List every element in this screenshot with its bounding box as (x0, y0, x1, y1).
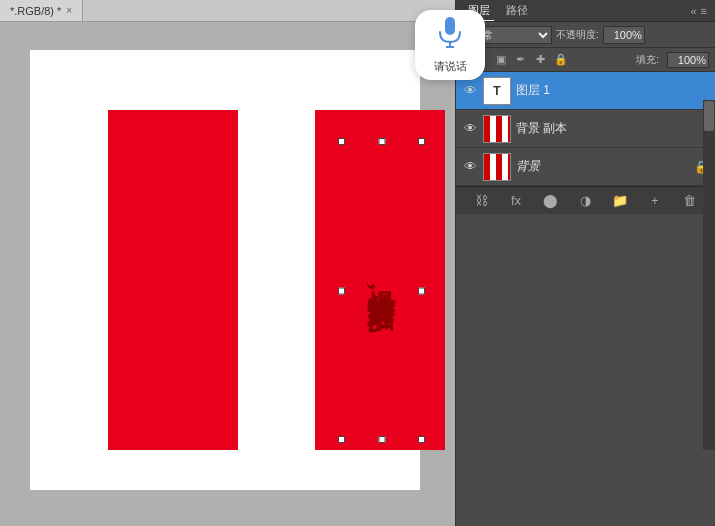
panel-collapse-icon[interactable]: « (690, 5, 696, 17)
tab-close[interactable]: × (66, 5, 72, 16)
delete-layer-icon[interactable]: 🗑 (680, 191, 700, 211)
layer-thumb-text: T (483, 77, 511, 105)
layer-name-1: 图层 1 (516, 82, 709, 99)
layer-thumb-bg (483, 153, 511, 181)
tab-label: *.RGB/8) * (10, 5, 61, 17)
layer-name-3: 背景 (516, 158, 689, 175)
group-icon[interactable]: 📁 (610, 191, 630, 211)
lock-transparent-icon[interactable]: ▣ (493, 52, 509, 68)
white-canvas: 爆竹声声辞旧岁, (30, 50, 420, 490)
lock-pixels-icon[interactable]: ✒ (513, 52, 529, 68)
svg-rect-0 (445, 17, 455, 35)
tab-item[interactable]: *.RGB/8) * × (0, 0, 83, 21)
layers-list: 👁 T 图层 1 👁 背景 副本 👁 背景 🔒 (456, 72, 715, 186)
layer-name-2: 背景 副本 (516, 120, 709, 137)
adjustment-icon[interactable]: ◑ (575, 191, 595, 211)
voice-label: 请说话 (434, 59, 467, 74)
layer-item-bg-copy[interactable]: 👁 背景 副本 (456, 110, 715, 148)
layer-item-text[interactable]: 👁 T 图层 1 (456, 72, 715, 110)
panel-scrollbar[interactable] (703, 100, 715, 450)
panel-bottom: ⛓ fx ⬤ ◑ 📁 + 🗑 (456, 186, 715, 214)
lock-all-icon[interactable]: 🔒 (553, 52, 569, 68)
selection-handles (338, 138, 425, 443)
blend-row: 正常 不透明度: 100% (456, 22, 715, 48)
link-layers-icon[interactable]: ⛓ (471, 191, 491, 211)
fill-label: 填充: (636, 53, 659, 67)
opacity-label: 不透明度: (556, 28, 599, 42)
lock-icons: ▣ ✒ ✚ 🔒 (493, 52, 569, 68)
layer-eye-2[interactable]: 👁 (462, 121, 478, 137)
handle-tl[interactable] (338, 138, 345, 145)
handle-tr[interactable] (418, 138, 425, 145)
handle-br[interactable] (418, 436, 425, 443)
canvas-area: *.RGB/8) * × 爆竹声声辞旧岁, (0, 0, 455, 526)
handle-tm[interactable] (378, 138, 385, 145)
fx-icon[interactable]: fx (506, 191, 526, 211)
panel-icons-right: « ≡ (690, 5, 707, 17)
lock-position-icon[interactable]: ✚ (533, 52, 549, 68)
layer-item-bg[interactable]: 👁 背景 🔒 (456, 148, 715, 186)
layer-eye-3[interactable]: 👁 (462, 159, 478, 175)
handle-ml[interactable] (338, 287, 345, 294)
red-rect-left (108, 110, 238, 450)
mic-icon (436, 16, 464, 55)
scroll-thumb[interactable] (704, 101, 714, 131)
handle-bl[interactable] (338, 436, 345, 443)
layer-eye-1[interactable]: 👁 (462, 83, 478, 99)
voice-button[interactable]: 请说话 (415, 10, 485, 80)
add-mask-icon[interactable]: ⬤ (541, 191, 561, 211)
tab-paths[interactable]: 路径 (502, 1, 532, 21)
panel-header: 图层 路径 « ≡ (456, 0, 715, 22)
opacity-value[interactable]: 100% (603, 26, 645, 44)
handle-mr[interactable] (418, 287, 425, 294)
tab-bar: *.RGB/8) * × (0, 0, 455, 22)
right-panel: 图层 路径 « ≡ 正常 不透明度: 100% 锁定: ▣ ✒ ✚ 🔒 填充: … (455, 0, 715, 526)
lock-row: 锁定: ▣ ✒ ✚ 🔒 填充: 100% (456, 48, 715, 72)
panel-menu-icon[interactable]: ≡ (701, 5, 707, 17)
new-layer-icon[interactable]: + (645, 191, 665, 211)
fill-value[interactable]: 100% (667, 52, 709, 68)
handle-bm[interactable] (378, 436, 385, 443)
layer-thumb-bg-copy (483, 115, 511, 143)
